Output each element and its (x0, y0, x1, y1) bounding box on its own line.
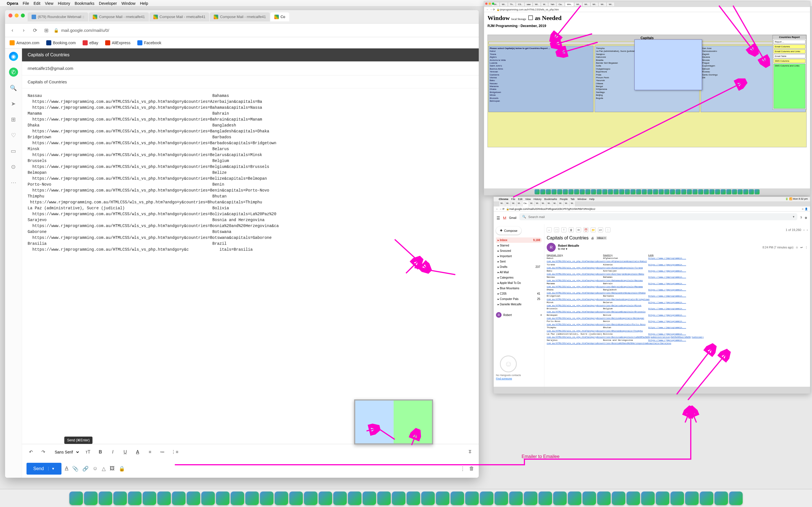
menu-bookmarks[interactable]: Bookmarks (75, 1, 94, 6)
small-tab-active[interactable]: Win.. (565, 3, 574, 6)
chrome-menu-history[interactable]: History (534, 198, 541, 201)
dock-app-icon[interactable] (656, 492, 669, 505)
tab-gmail-2[interactable]: Compose Mail - rmetcalfe41 (149, 12, 209, 21)
capitals-select-1[interactable]: Please select Capital(s) below to get Co… (488, 46, 594, 112)
inbox-label[interactable]: Inbox × (596, 236, 607, 240)
report-button[interactable]: Report ... (773, 40, 806, 44)
send-button[interactable]: Send▼ (27, 463, 61, 474)
dock-app-icon[interactable] (641, 492, 655, 505)
chrome-menu-file[interactable]: File (511, 198, 515, 201)
dock-app-icon[interactable] (585, 189, 591, 194)
dock-app-icon[interactable] (172, 492, 186, 505)
dock-app-icon[interactable] (743, 189, 748, 194)
bookmark-ebay[interactable]: eBay (83, 40, 98, 45)
chrome-tab[interactable]: W.. (569, 202, 575, 207)
more-icon[interactable]: ⋯ (9, 178, 18, 187)
chrome-tab[interactable]: W.. (505, 202, 511, 207)
tab-roundcube[interactable]: (679) Roundcube Webmail :: (28, 12, 88, 21)
speed-dial-button[interactable]: ⊞ (42, 26, 50, 34)
dock-app-icon[interactable] (738, 189, 743, 194)
dock-app-icon[interactable] (524, 492, 538, 505)
dock-app-icon[interactable] (755, 189, 760, 194)
label-icon[interactable]: 🏷 (598, 227, 603, 232)
find-someone-link[interactable]: Find someone (496, 377, 521, 381)
maximize-button[interactable] (492, 3, 494, 5)
small-tab[interactable]: Yah (549, 3, 556, 6)
dock-app-icon[interactable] (187, 492, 200, 505)
bookmark-amazon[interactable]: Amazon.com (10, 40, 40, 45)
insert-drive-button[interactable]: △ (102, 466, 106, 472)
dock-app-icon[interactable] (231, 492, 244, 505)
chrome-tab[interactable]: W.. (511, 202, 517, 207)
dock-app-icon[interactable] (626, 492, 640, 505)
dock-app-icon[interactable] (715, 189, 720, 194)
dock-app-icon[interactable] (714, 492, 728, 505)
dock-app-icon[interactable] (113, 492, 127, 505)
redo-button[interactable]: ↷ (39, 448, 47, 456)
menu-help[interactable]: Help (140, 1, 148, 6)
maximize-window-button[interactable] (21, 13, 25, 17)
chrome-menu-people[interactable]: People (560, 198, 567, 201)
dock-app-icon[interactable] (99, 492, 112, 505)
close-button[interactable] (485, 3, 488, 5)
app-name[interactable]: Opera (7, 1, 18, 6)
dock-app-icon[interactable] (687, 189, 692, 194)
print-icon[interactable]: 🖨 (591, 236, 594, 240)
dock-app-icon[interactable] (591, 189, 596, 194)
dock-app-icon[interactable] (700, 492, 713, 505)
bookmark-aliexpress[interactable]: AliExpress (105, 40, 131, 45)
close-window-button[interactable] (8, 13, 12, 17)
small-tab[interactable]: saw (525, 3, 532, 6)
formatting-button[interactable]: A (65, 466, 68, 472)
chrome-tab-active[interactable]: Ca.. (522, 202, 529, 207)
discard-draft-button[interactable]: 🗑 (469, 466, 474, 472)
gmail-folder-drafts[interactable]: ▸ Drafts237 (496, 264, 542, 270)
dock-app-icon[interactable] (693, 189, 698, 194)
snooze-icon[interactable]: ⏰ (583, 227, 589, 232)
small-tab[interactable]: CS.. (516, 3, 524, 6)
small-address-bar[interactable]: ← → ⟳ 🔒 rjmprogramming.com.au/HTMLCSS/wl… (484, 7, 810, 12)
attach-file-button[interactable]: 📎 (72, 466, 79, 472)
back-icon[interactable]: ← (547, 227, 552, 232)
dock-app-icon[interactable] (421, 492, 435, 505)
chrome-tab[interactable]: W.. (564, 202, 570, 207)
more-options-button[interactable]: ⋮ (460, 466, 465, 472)
dock-app-icon[interactable] (597, 492, 611, 505)
chrome-address-bar[interactable]: ← → ⟳ 🔒 mail.google.com/mail/u/0/#inbox/… (494, 207, 810, 212)
dock-app-icon[interactable] (664, 189, 669, 194)
dock-app-icon[interactable] (726, 189, 731, 194)
dock-app-icon[interactable] (509, 492, 523, 505)
dock-app-icon[interactable] (319, 492, 332, 505)
dock-app-icon[interactable] (289, 492, 303, 505)
dock-app-icon[interactable] (721, 189, 726, 194)
dock-app-icon[interactable] (675, 189, 680, 194)
dock-app-icon[interactable] (436, 492, 449, 505)
insert-photo-button[interactable]: 🖼 (110, 466, 115, 472)
dock-app-icon[interactable] (704, 189, 709, 194)
dock-app-icon[interactable] (363, 492, 376, 505)
dock-app-icon[interactable] (709, 189, 714, 194)
heart-icon[interactable]: ♡ (9, 131, 18, 140)
minimize-window-button[interactable] (15, 13, 18, 17)
recipient-toggle[interactable]: to me ▾ (558, 247, 579, 250)
bulleted-list-button[interactable]: ⋮≡ (170, 448, 179, 456)
small-tab[interactable]: Wi.. (599, 3, 606, 6)
chrome-tab[interactable]: W.. (499, 202, 505, 207)
dock-app-icon[interactable] (659, 189, 664, 194)
support-icon[interactable]: ? (800, 216, 802, 219)
minimize-button[interactable] (489, 3, 491, 5)
archive-icon[interactable]: ⬚ (554, 227, 559, 232)
gmail-folder-apple-mail-to-do[interactable]: ▸ Apple Mail To Do (496, 280, 542, 286)
dock-app-icon[interactable] (465, 492, 479, 505)
back-button[interactable]: ‹ (8, 26, 16, 34)
dock-app-icon[interactable] (568, 492, 581, 505)
text-color-button[interactable]: A (133, 448, 142, 456)
search-icon[interactable]: 🔍 (9, 83, 18, 93)
dock-app-icon[interactable] (597, 189, 602, 194)
chrome-tab[interactable]: W.. (535, 202, 541, 207)
dock-app-icon[interactable] (540, 189, 545, 194)
dock-app-icon[interactable] (480, 492, 493, 505)
email-table-button[interactable]: Email Table (773, 54, 806, 58)
small-tab[interactable]: W.. (541, 3, 548, 6)
underline-button[interactable]: U (121, 448, 130, 456)
